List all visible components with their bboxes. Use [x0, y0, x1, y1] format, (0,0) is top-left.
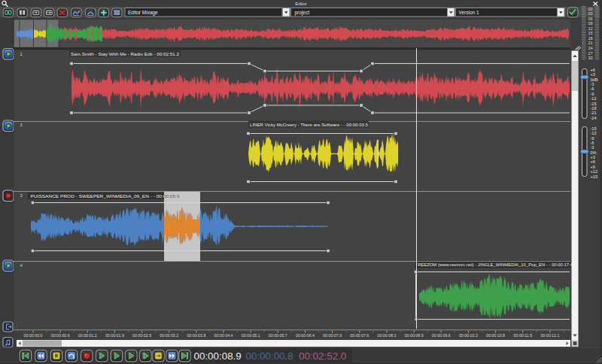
svg-text:00:00:05.1: 00:00:05.1 [242, 333, 260, 338]
svg-text:+12: +12 [591, 169, 598, 174]
svg-text:00:00:04.4: 00:00:04.4 [214, 333, 233, 338]
svg-text:00:00:12.1: 00:00:12.1 [540, 333, 559, 338]
svg-text:00:00:08.9: 00:00:08.9 [194, 350, 242, 362]
svg-text:00:00:07.6: 00:00:07.6 [350, 333, 369, 338]
svg-text:-21: -21 [591, 111, 597, 115]
svg-text:00:00:10.8: 00:00:10.8 [486, 333, 505, 338]
svg-text:00:00:00.6: 00:00:00.6 [51, 333, 70, 338]
svg-text:-3: -3 [591, 145, 594, 150]
svg-text:REEZOM (www.reezom.net) - JING: REEZOM (www.reezom.net) - JINGLE_WINMEDI… [418, 262, 573, 267]
svg-text:PUISSANCE PROD - SWEEPER_WINME: PUISSANCE PROD - SWEEPER_WINMEDIA_09_EN … [31, 193, 181, 199]
svg-text:0%: 0% [591, 150, 597, 155]
svg-text:00:02:52.0: 00:02:52.0 [299, 350, 346, 362]
svg-text:00:00:01.2: 00:00:01.2 [78, 333, 97, 338]
svg-text:+6: +6 [591, 159, 595, 164]
svg-text:00:00:01.9: 00:00:01.9 [105, 333, 124, 338]
svg-text:21: 21 [588, 41, 592, 45]
svg-text:00:00:06.4: 00:00:06.4 [296, 333, 315, 338]
svg-text:-24: -24 [591, 116, 597, 120]
svg-text:+3: +3 [591, 155, 595, 159]
svg-text:-9: -9 [591, 92, 594, 96]
svg-text:00:00:03.8: 00:00:03.8 [187, 333, 205, 338]
svg-text:-12: -12 [591, 96, 597, 101]
svg-text:24: 24 [588, 46, 592, 50]
svg-text:00:00:05.7: 00:00:05.7 [269, 333, 287, 338]
svg-text:00:00:03.2: 00:00:03.2 [160, 333, 178, 338]
svg-text:-6: -6 [591, 141, 594, 145]
svg-text:-9: -9 [591, 136, 594, 141]
svg-text:00:00:02.5: 00:00:02.5 [132, 333, 151, 338]
svg-text:09: 09 [588, 21, 592, 26]
svg-text:Version 1: Version 1 [459, 10, 479, 15]
svg-text:27: 27 [588, 51, 592, 56]
svg-text:0dB: 0dB [591, 77, 598, 82]
svg-text:Editor Mixage: Editor Mixage [128, 10, 158, 16]
svg-text:00:00:00.0: 00:00:00.0 [24, 333, 43, 338]
svg-text:Editor: Editor [295, 2, 307, 6]
svg-text:30: 30 [588, 56, 592, 60]
svg-text:00: 00 [588, 7, 592, 11]
svg-text:project: project [295, 10, 310, 16]
svg-text:15: 15 [588, 31, 592, 35]
svg-text:+3: +3 [591, 72, 595, 77]
svg-text:00:00:00.8: 00:00:00.8 [246, 350, 293, 362]
svg-text:-6: -6 [591, 86, 594, 91]
svg-text:-12: -12 [591, 131, 597, 135]
svg-text:06: 06 [588, 17, 592, 21]
svg-text:+9: +9 [591, 165, 595, 169]
svg-text:-3: -3 [591, 82, 594, 86]
svg-text:03: 03 [588, 11, 592, 16]
svg-text:-18: -18 [591, 106, 597, 111]
svg-text:12: 12 [588, 26, 592, 31]
svg-text:+15: +15 [591, 174, 598, 179]
svg-text:-15: -15 [591, 126, 597, 131]
svg-text:18: 18 [588, 36, 592, 41]
svg-text:Sam Smith - Stay With Me - Rad: Sam Smith - Stay With Me - Radio Edit - … [71, 51, 180, 56]
svg-text:00:00:08.3: 00:00:08.3 [378, 333, 397, 338]
svg-text:00:00:08.9: 00:00:08.9 [405, 333, 424, 338]
svg-text:00:00:09.6: 00:00:09.6 [432, 333, 451, 338]
svg-text:00:00:07.0: 00:00:07.0 [323, 333, 342, 338]
svg-text:LINER Vicky McCreery - There a: LINER Vicky McCreery - There are Softwar… [250, 122, 369, 127]
svg-text:00:00:11.5: 00:00:11.5 [513, 333, 532, 338]
svg-text:+6: +6 [591, 68, 595, 72]
svg-text:00:00:10.2: 00:00:10.2 [459, 333, 478, 338]
svg-text:-15: -15 [591, 102, 597, 106]
